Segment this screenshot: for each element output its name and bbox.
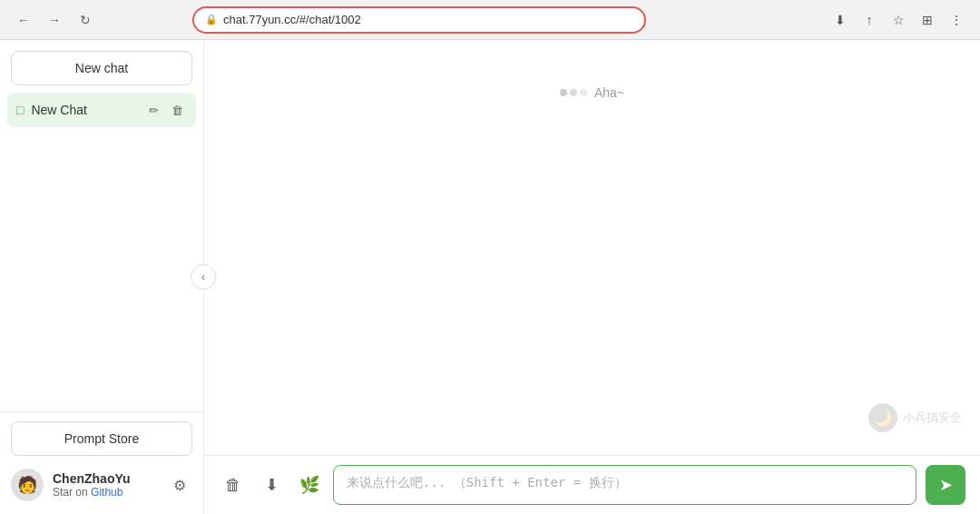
- avatar-emoji: 🧑: [17, 475, 37, 495]
- chat-list: □ New Chat ✏ 🗑: [0, 93, 203, 411]
- browser-controls: ← → ↻: [11, 7, 98, 33]
- back-icon: ←: [17, 13, 30, 27]
- chat-item-actions: ✏ 🗑: [143, 100, 187, 120]
- loading-indicator: Aha~: [560, 58, 624, 100]
- settings-button[interactable]: ⚙: [167, 472, 192, 498]
- collapse-sidebar-button[interactable]: ‹: [191, 264, 216, 290]
- forward-icon: →: [48, 13, 61, 27]
- dot-1: [560, 89, 567, 96]
- user-sub: Star on Github: [53, 486, 158, 499]
- prompt-store-button[interactable]: Prompt Store: [11, 421, 192, 456]
- forward-button[interactable]: →: [42, 7, 67, 33]
- chevron-left-icon: ‹: [201, 271, 205, 283]
- delete-chat-action-button[interactable]: 🗑: [219, 470, 248, 499]
- browser-toolbar-right: ⬇ ↑ ☆ ⊞ ⋮: [828, 7, 969, 33]
- delete-chat-button[interactable]: 🗑: [167, 100, 187, 120]
- browser-chrome: ← → ↻ 🔒 chat.77yun.cc/#/chat/1002 ⬇ ↑ ☆ …: [0, 0, 980, 40]
- loading-dots: [560, 89, 587, 96]
- github-link[interactable]: Github: [91, 486, 122, 499]
- chat-messages: Aha~: [204, 40, 980, 455]
- chat-list-item[interactable]: □ New Chat ✏ 🗑: [7, 93, 196, 127]
- download-action-button[interactable]: ⬇: [257, 470, 286, 499]
- extend-toolbar-icon[interactable]: ⊞: [915, 7, 940, 33]
- star-toolbar-icon[interactable]: ☆: [886, 7, 911, 33]
- dot-2: [570, 89, 577, 96]
- main-area: Aha~ 🌙 小兵搞安全 🗑 ⬇ 🌿 ➤: [204, 40, 980, 514]
- download-toolbar-icon[interactable]: ⬇: [828, 7, 853, 33]
- sidebar: New chat □ New Chat ✏ 🗑 Prompt Store 🧑 C…: [0, 40, 204, 514]
- edit-chat-button[interactable]: ✏: [143, 100, 163, 120]
- chat-item-title: New Chat: [31, 103, 143, 117]
- sub-label: Star on: [53, 486, 88, 499]
- share-action-button[interactable]: 🌿: [295, 470, 324, 499]
- refresh-button[interactable]: ↻: [73, 7, 98, 33]
- new-chat-button[interactable]: New chat: [11, 51, 192, 85]
- user-info: ChenZhaoYu Star on Github: [53, 471, 158, 499]
- sidebar-bottom: Prompt Store 🧑 ChenZhaoYu Star on Github…: [0, 411, 203, 514]
- send-button[interactable]: ➤: [926, 465, 965, 505]
- address-bar[interactable]: 🔒 chat.77yun.cc/#/chat/1002: [192, 6, 646, 34]
- chat-item-icon: □: [16, 103, 24, 117]
- user-profile: 🧑 ChenZhaoYu Star on Github ⚙: [11, 465, 192, 505]
- chat-input[interactable]: [333, 465, 916, 505]
- lock-icon: 🔒: [205, 14, 218, 25]
- trash-icon: 🗑: [225, 476, 241, 495]
- loading-text: Aha~: [594, 85, 624, 100]
- app-container: New chat □ New Chat ✏ 🗑 Prompt Store 🧑 C…: [0, 40, 980, 514]
- refresh-icon: ↻: [80, 13, 91, 27]
- avatar: 🧑: [11, 469, 44, 501]
- menu-toolbar-icon[interactable]: ⋮: [944, 7, 969, 33]
- back-button[interactable]: ←: [11, 7, 36, 33]
- dot-3: [580, 89, 587, 96]
- chat-input-bar: 🗑 ⬇ 🌿 ➤: [204, 455, 980, 514]
- share-toolbar-icon[interactable]: ↑: [857, 7, 882, 33]
- send-icon: ➤: [939, 475, 953, 495]
- user-name: ChenZhaoYu: [53, 471, 158, 486]
- share-icon: 🌿: [299, 475, 319, 495]
- download-icon: ⬇: [265, 475, 279, 495]
- url-text: chat.77yun.cc/#/chat/1002: [223, 13, 633, 26]
